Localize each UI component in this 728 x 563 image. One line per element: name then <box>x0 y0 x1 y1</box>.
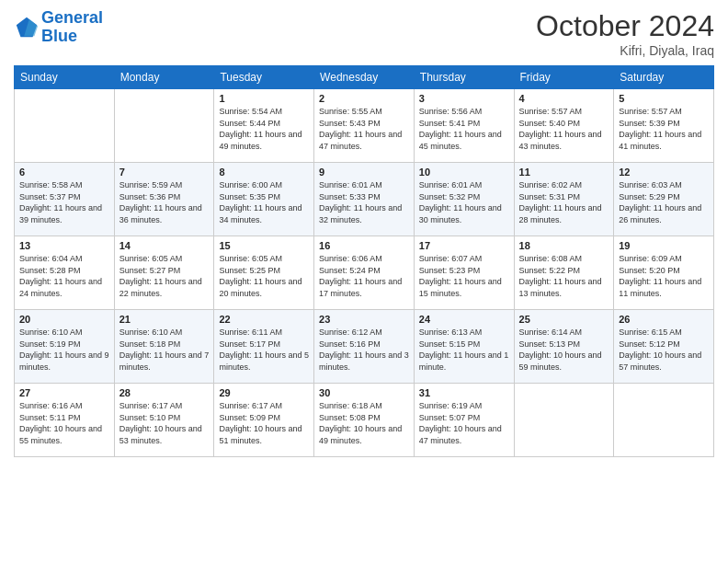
table-row <box>15 89 115 163</box>
day-info: Sunrise: 6:00 AM Sunset: 5:35 PM Dayligh… <box>219 179 309 225</box>
table-row: 4Sunrise: 5:57 AM Sunset: 5:40 PM Daylig… <box>514 89 614 163</box>
day-info: Sunrise: 6:10 AM Sunset: 5:19 PM Dayligh… <box>19 327 109 373</box>
day-number: 19 <box>619 240 709 251</box>
day-number: 9 <box>319 167 409 178</box>
day-number: 1 <box>219 93 309 104</box>
day-number: 2 <box>319 93 409 104</box>
day-info: Sunrise: 6:18 AM Sunset: 5:08 PM Dayligh… <box>319 400 409 446</box>
day-number: 11 <box>519 167 609 178</box>
day-info: Sunrise: 6:17 AM Sunset: 5:10 PM Dayligh… <box>119 400 210 446</box>
col-thursday: Thursday <box>414 66 514 89</box>
day-number: 16 <box>319 240 409 251</box>
table-row: 18Sunrise: 6:08 AM Sunset: 5:22 PM Dayli… <box>514 236 614 310</box>
day-info: Sunrise: 6:17 AM Sunset: 5:09 PM Dayligh… <box>219 400 309 446</box>
table-row: 20Sunrise: 6:10 AM Sunset: 5:19 PM Dayli… <box>15 310 115 384</box>
day-info: Sunrise: 5:55 AM Sunset: 5:43 PM Dayligh… <box>319 106 409 152</box>
table-row: 25Sunrise: 6:14 AM Sunset: 5:13 PM Dayli… <box>514 310 614 384</box>
logo: General Blue <box>14 9 103 46</box>
day-info: Sunrise: 6:06 AM Sunset: 5:24 PM Dayligh… <box>319 253 409 299</box>
day-number: 23 <box>319 314 409 325</box>
day-number: 27 <box>19 387 109 398</box>
table-row <box>614 384 714 457</box>
day-number: 12 <box>619 167 709 178</box>
table-row: 30Sunrise: 6:18 AM Sunset: 5:08 PM Dayli… <box>314 384 415 457</box>
day-number: 21 <box>119 314 210 325</box>
table-row: 15Sunrise: 6:05 AM Sunset: 5:25 PM Dayli… <box>214 236 314 310</box>
day-number: 25 <box>519 314 609 325</box>
day-info: Sunrise: 6:19 AM Sunset: 5:07 PM Dayligh… <box>419 400 509 446</box>
day-number: 24 <box>419 314 509 325</box>
table-row: 28Sunrise: 6:17 AM Sunset: 5:10 PM Dayli… <box>114 384 214 457</box>
day-number: 15 <box>219 240 309 251</box>
col-sunday: Sunday <box>15 66 115 89</box>
day-number: 13 <box>19 240 109 251</box>
day-info: Sunrise: 6:02 AM Sunset: 5:31 PM Dayligh… <box>519 179 609 225</box>
logo-text: General Blue <box>41 9 103 46</box>
day-info: Sunrise: 6:14 AM Sunset: 5:13 PM Dayligh… <box>519 327 609 373</box>
calendar-week-2: 6Sunrise: 5:58 AM Sunset: 5:37 PM Daylig… <box>15 163 714 236</box>
location: Kifri, Diyala, Iraq <box>536 43 714 58</box>
day-info: Sunrise: 6:13 AM Sunset: 5:15 PM Dayligh… <box>419 327 509 373</box>
day-info: Sunrise: 6:16 AM Sunset: 5:11 PM Dayligh… <box>19 400 109 446</box>
day-info: Sunrise: 6:08 AM Sunset: 5:22 PM Dayligh… <box>519 253 609 299</box>
table-row: 13Sunrise: 6:04 AM Sunset: 5:28 PM Dayli… <box>15 236 115 310</box>
day-number: 26 <box>619 314 709 325</box>
col-tuesday: Tuesday <box>214 66 314 89</box>
calendar-table: Sunday Monday Tuesday Wednesday Thursday… <box>14 65 714 457</box>
day-info: Sunrise: 6:03 AM Sunset: 5:29 PM Dayligh… <box>619 179 709 225</box>
day-info: Sunrise: 6:10 AM Sunset: 5:18 PM Dayligh… <box>119 327 210 373</box>
table-row: 24Sunrise: 6:13 AM Sunset: 5:15 PM Dayli… <box>414 310 514 384</box>
table-row: 2Sunrise: 5:55 AM Sunset: 5:43 PM Daylig… <box>314 89 415 163</box>
table-row: 10Sunrise: 6:01 AM Sunset: 5:32 PM Dayli… <box>414 163 514 236</box>
day-number: 14 <box>119 240 210 251</box>
col-wednesday: Wednesday <box>314 66 415 89</box>
day-info: Sunrise: 5:54 AM Sunset: 5:44 PM Dayligh… <box>219 106 309 152</box>
day-info: Sunrise: 6:05 AM Sunset: 5:27 PM Dayligh… <box>119 253 210 299</box>
calendar-header-row: Sunday Monday Tuesday Wednesday Thursday… <box>15 66 714 89</box>
day-info: Sunrise: 6:04 AM Sunset: 5:28 PM Dayligh… <box>19 253 109 299</box>
table-row <box>114 89 214 163</box>
table-row: 19Sunrise: 6:09 AM Sunset: 5:20 PM Dayli… <box>614 236 714 310</box>
day-info: Sunrise: 5:56 AM Sunset: 5:41 PM Dayligh… <box>419 106 509 152</box>
day-info: Sunrise: 6:09 AM Sunset: 5:20 PM Dayligh… <box>619 253 709 299</box>
day-info: Sunrise: 6:01 AM Sunset: 5:32 PM Dayligh… <box>419 179 509 225</box>
day-number: 31 <box>419 387 509 398</box>
logo-line2: Blue <box>41 27 77 45</box>
day-number: 22 <box>219 314 309 325</box>
month-title: October 2024 <box>536 9 714 43</box>
page: General Blue October 2024 Kifri, Diyala,… <box>0 0 728 563</box>
day-number: 18 <box>519 240 609 251</box>
table-row: 1Sunrise: 5:54 AM Sunset: 5:44 PM Daylig… <box>214 89 314 163</box>
calendar-week-4: 20Sunrise: 6:10 AM Sunset: 5:19 PM Dayli… <box>15 310 714 384</box>
day-info: Sunrise: 6:07 AM Sunset: 5:23 PM Dayligh… <box>419 253 509 299</box>
table-row <box>514 384 614 457</box>
day-info: Sunrise: 5:57 AM Sunset: 5:40 PM Dayligh… <box>519 106 609 152</box>
calendar-week-5: 27Sunrise: 6:16 AM Sunset: 5:11 PM Dayli… <box>15 384 714 457</box>
table-row: 17Sunrise: 6:07 AM Sunset: 5:23 PM Dayli… <box>414 236 514 310</box>
calendar-week-1: 1Sunrise: 5:54 AM Sunset: 5:44 PM Daylig… <box>15 89 714 163</box>
table-row: 21Sunrise: 6:10 AM Sunset: 5:18 PM Dayli… <box>114 310 214 384</box>
day-number: 4 <box>519 93 609 104</box>
day-info: Sunrise: 6:15 AM Sunset: 5:12 PM Dayligh… <box>619 327 709 373</box>
day-number: 3 <box>419 93 509 104</box>
day-info: Sunrise: 6:01 AM Sunset: 5:33 PM Dayligh… <box>319 179 409 225</box>
day-info: Sunrise: 5:58 AM Sunset: 5:37 PM Dayligh… <box>19 179 109 225</box>
day-number: 28 <box>119 387 210 398</box>
table-row: 12Sunrise: 6:03 AM Sunset: 5:29 PM Dayli… <box>614 163 714 236</box>
col-monday: Monday <box>114 66 214 89</box>
table-row: 7Sunrise: 5:59 AM Sunset: 5:36 PM Daylig… <box>114 163 214 236</box>
title-block: October 2024 Kifri, Diyala, Iraq <box>536 9 714 58</box>
col-saturday: Saturday <box>614 66 714 89</box>
day-number: 6 <box>19 167 109 178</box>
day-number: 29 <box>219 387 309 398</box>
day-info: Sunrise: 6:05 AM Sunset: 5:25 PM Dayligh… <box>219 253 309 299</box>
table-row: 3Sunrise: 5:56 AM Sunset: 5:41 PM Daylig… <box>414 89 514 163</box>
day-number: 10 <box>419 167 509 178</box>
table-row: 14Sunrise: 6:05 AM Sunset: 5:27 PM Dayli… <box>114 236 214 310</box>
table-row: 31Sunrise: 6:19 AM Sunset: 5:07 PM Dayli… <box>414 384 514 457</box>
day-info: Sunrise: 6:11 AM Sunset: 5:17 PM Dayligh… <box>219 327 309 373</box>
day-number: 5 <box>619 93 709 104</box>
day-number: 8 <box>219 167 309 178</box>
calendar-week-3: 13Sunrise: 6:04 AM Sunset: 5:28 PM Dayli… <box>15 236 714 310</box>
day-info: Sunrise: 5:57 AM Sunset: 5:39 PM Dayligh… <box>619 106 709 152</box>
